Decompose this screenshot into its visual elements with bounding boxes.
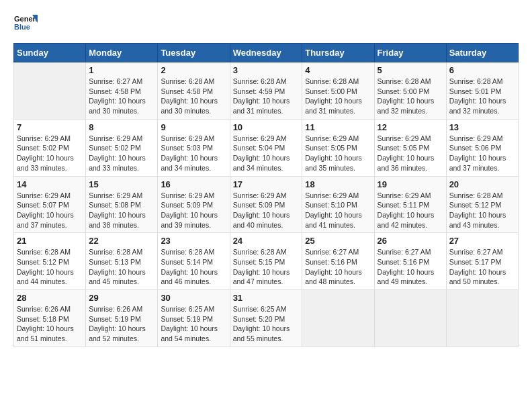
calendar-cell: 4Sunrise: 6:28 AMSunset: 5:00 PMDaylight… <box>302 62 374 120</box>
day-number: 15 <box>89 179 154 189</box>
day-number: 18 <box>305 179 371 189</box>
day-number: 19 <box>378 179 443 189</box>
calendar-cell: 21Sunrise: 6:28 AMSunset: 5:12 PMDayligh… <box>14 233 86 290</box>
day-info: Sunrise: 6:28 AMSunset: 5:00 PMDaylight:… <box>378 77 443 116</box>
day-info: Sunrise: 6:28 AMSunset: 5:12 PMDaylight:… <box>17 247 83 287</box>
day-info: Sunrise: 6:27 AMSunset: 5:17 PMDaylight:… <box>449 247 515 287</box>
calendar-cell: 9Sunrise: 6:29 AMSunset: 5:03 PMDaylight… <box>158 119 230 176</box>
calendar-cell <box>446 290 518 347</box>
calendar-cell: 15Sunrise: 6:29 AMSunset: 5:08 PMDayligh… <box>86 176 158 233</box>
day-info: Sunrise: 6:27 AMSunset: 5:16 PMDaylight:… <box>305 247 371 287</box>
weekday-header-sunday: Sunday <box>14 44 86 62</box>
day-info: Sunrise: 6:29 AMSunset: 5:05 PMDaylight:… <box>378 134 443 173</box>
calendar-cell: 30Sunrise: 6:25 AMSunset: 5:19 PMDayligh… <box>158 290 230 347</box>
day-info: Sunrise: 6:28 AMSunset: 5:14 PMDaylight:… <box>161 247 226 287</box>
day-info: Sunrise: 6:28 AMSunset: 5:00 PMDaylight:… <box>305 77 371 116</box>
day-info: Sunrise: 6:29 AMSunset: 5:11 PMDaylight:… <box>378 191 443 230</box>
day-number: 30 <box>161 293 226 303</box>
calendar-cell: 26Sunrise: 6:27 AMSunset: 5:16 PMDayligh… <box>374 233 446 290</box>
calendar-cell: 13Sunrise: 6:29 AMSunset: 5:06 PMDayligh… <box>446 119 518 176</box>
calendar-cell: 3Sunrise: 6:28 AMSunset: 4:59 PMDaylight… <box>230 62 302 120</box>
weekday-header-tuesday: Tuesday <box>158 44 230 62</box>
day-number: 26 <box>378 236 443 246</box>
calendar-cell: 25Sunrise: 6:27 AMSunset: 5:16 PMDayligh… <box>302 233 374 290</box>
day-number: 6 <box>449 65 515 75</box>
calendar-cell: 22Sunrise: 6:28 AMSunset: 5:13 PMDayligh… <box>86 233 158 290</box>
day-number: 21 <box>17 236 83 246</box>
day-info: Sunrise: 6:27 AMSunset: 5:16 PMDaylight:… <box>378 247 443 287</box>
day-info: Sunrise: 6:29 AMSunset: 5:02 PMDaylight:… <box>17 134 83 173</box>
weekday-header-thursday: Thursday <box>302 44 374 62</box>
day-number: 16 <box>161 179 226 189</box>
day-info: Sunrise: 6:29 AMSunset: 5:08 PMDaylight:… <box>89 191 154 230</box>
day-number: 27 <box>449 236 515 246</box>
calendar-table: SundayMondayTuesdayWednesdayThursdayFrid… <box>13 43 519 347</box>
calendar-cell: 16Sunrise: 6:29 AMSunset: 5:09 PMDayligh… <box>158 176 230 233</box>
day-number: 29 <box>89 293 154 303</box>
day-info: Sunrise: 6:29 AMSunset: 5:10 PMDaylight:… <box>305 191 371 230</box>
day-info: Sunrise: 6:26 AMSunset: 5:18 PMDaylight:… <box>17 304 83 344</box>
day-info: Sunrise: 6:29 AMSunset: 5:09 PMDaylight:… <box>161 191 226 230</box>
day-number: 14 <box>17 179 83 189</box>
calendar-cell: 1Sunrise: 6:27 AMSunset: 4:58 PMDaylight… <box>86 62 158 120</box>
calendar-cell: 18Sunrise: 6:29 AMSunset: 5:10 PMDayligh… <box>302 176 374 233</box>
day-number: 22 <box>89 236 154 246</box>
calendar-cell: 20Sunrise: 6:28 AMSunset: 5:12 PMDayligh… <box>446 176 518 233</box>
calendar-cell: 28Sunrise: 6:26 AMSunset: 5:18 PMDayligh… <box>14 290 86 347</box>
calendar-cell: 14Sunrise: 6:29 AMSunset: 5:07 PMDayligh… <box>14 176 86 233</box>
page-header: General Blue <box>13 13 519 32</box>
day-info: Sunrise: 6:25 AMSunset: 5:19 PMDaylight:… <box>161 304 226 344</box>
day-number: 17 <box>233 179 300 189</box>
day-number: 12 <box>378 122 443 132</box>
day-number: 4 <box>305 65 371 75</box>
calendar-cell: 31Sunrise: 6:25 AMSunset: 5:20 PMDayligh… <box>230 290 302 347</box>
calendar-cell: 23Sunrise: 6:28 AMSunset: 5:14 PMDayligh… <box>158 233 230 290</box>
day-number: 7 <box>17 122 83 132</box>
day-info: Sunrise: 6:29 AMSunset: 5:06 PMDaylight:… <box>449 134 515 173</box>
day-number: 25 <box>305 236 371 246</box>
day-info: Sunrise: 6:28 AMSunset: 4:59 PMDaylight:… <box>233 77 300 116</box>
logo: General Blue <box>13 13 38 32</box>
day-info: Sunrise: 6:26 AMSunset: 5:19 PMDaylight:… <box>89 304 154 344</box>
weekday-header-saturday: Saturday <box>446 44 518 62</box>
day-info: Sunrise: 6:29 AMSunset: 5:02 PMDaylight:… <box>89 134 154 173</box>
day-info: Sunrise: 6:27 AMSunset: 4:58 PMDaylight:… <box>89 77 154 116</box>
day-number: 13 <box>449 122 515 132</box>
day-number: 23 <box>161 236 226 246</box>
day-info: Sunrise: 6:29 AMSunset: 5:03 PMDaylight:… <box>161 134 226 173</box>
day-number: 5 <box>378 65 443 75</box>
day-info: Sunrise: 6:29 AMSunset: 5:05 PMDaylight:… <box>305 134 371 173</box>
day-number: 1 <box>89 65 154 75</box>
calendar-cell <box>374 290 446 347</box>
calendar-cell: 7Sunrise: 6:29 AMSunset: 5:02 PMDaylight… <box>14 119 86 176</box>
calendar-cell: 12Sunrise: 6:29 AMSunset: 5:05 PMDayligh… <box>374 119 446 176</box>
calendar-cell: 11Sunrise: 6:29 AMSunset: 5:05 PMDayligh… <box>302 119 374 176</box>
day-number: 28 <box>17 293 83 303</box>
calendar-cell <box>14 62 86 120</box>
weekday-header-wednesday: Wednesday <box>230 44 302 62</box>
day-info: Sunrise: 6:28 AMSunset: 5:12 PMDaylight:… <box>449 191 515 230</box>
calendar-cell: 19Sunrise: 6:29 AMSunset: 5:11 PMDayligh… <box>374 176 446 233</box>
calendar-cell: 8Sunrise: 6:29 AMSunset: 5:02 PMDaylight… <box>86 119 158 176</box>
svg-text:Blue: Blue <box>14 23 30 31</box>
day-info: Sunrise: 6:29 AMSunset: 5:09 PMDaylight:… <box>233 191 300 230</box>
day-info: Sunrise: 6:29 AMSunset: 5:04 PMDaylight:… <box>233 134 300 173</box>
day-info: Sunrise: 6:25 AMSunset: 5:20 PMDaylight:… <box>233 304 300 344</box>
calendar-cell <box>302 290 374 347</box>
calendar-cell: 5Sunrise: 6:28 AMSunset: 5:00 PMDaylight… <box>374 62 446 120</box>
day-number: 8 <box>89 122 154 132</box>
day-number: 9 <box>161 122 226 132</box>
calendar-cell: 29Sunrise: 6:26 AMSunset: 5:19 PMDayligh… <box>86 290 158 347</box>
day-info: Sunrise: 6:28 AMSunset: 5:15 PMDaylight:… <box>233 247 300 287</box>
calendar-cell: 10Sunrise: 6:29 AMSunset: 5:04 PMDayligh… <box>230 119 302 176</box>
calendar-cell: 6Sunrise: 6:28 AMSunset: 5:01 PMDaylight… <box>446 62 518 120</box>
day-info: Sunrise: 6:28 AMSunset: 5:13 PMDaylight:… <box>89 247 154 287</box>
day-info: Sunrise: 6:29 AMSunset: 5:07 PMDaylight:… <box>17 191 83 230</box>
day-info: Sunrise: 6:28 AMSunset: 4:58 PMDaylight:… <box>161 77 226 116</box>
day-number: 31 <box>233 293 300 303</box>
calendar-cell: 17Sunrise: 6:29 AMSunset: 5:09 PMDayligh… <box>230 176 302 233</box>
calendar-cell: 2Sunrise: 6:28 AMSunset: 4:58 PMDaylight… <box>158 62 230 120</box>
calendar-cell: 27Sunrise: 6:27 AMSunset: 5:17 PMDayligh… <box>446 233 518 290</box>
weekday-header-monday: Monday <box>86 44 158 62</box>
day-number: 11 <box>305 122 371 132</box>
